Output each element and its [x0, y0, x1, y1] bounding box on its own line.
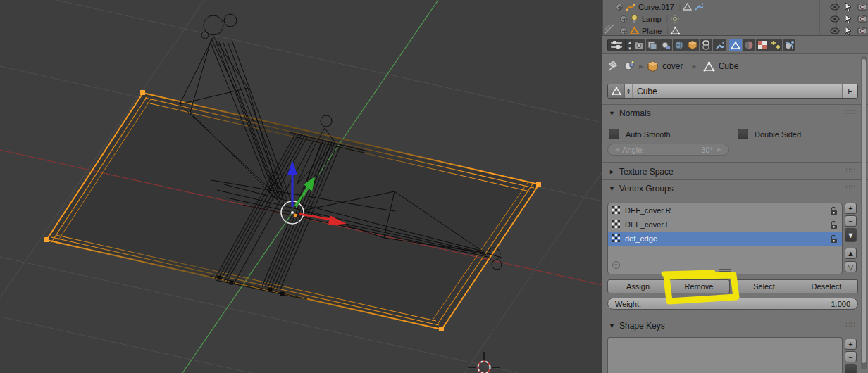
- list-resize-grip[interactable]: [719, 269, 731, 272]
- shapekey-specials-menu-button[interactable]: [845, 364, 857, 373]
- modifier-wrench-icon: [694, 2, 703, 11]
- visibility-eye-icon[interactable]: [830, 27, 840, 34]
- expand-icon[interactable]: [616, 4, 623, 11]
- shapekey-remove-button[interactable]: −: [845, 351, 857, 362]
- panel-drag-grip[interactable]: ∷∷: [845, 320, 855, 329]
- outliner-item-curve017[interactable]: Curve.017 |: [603, 1, 868, 13]
- panel-drag-grip[interactable]: ∷∷: [845, 166, 855, 175]
- vertex-group-row[interactable]: DEF_cover.R: [608, 203, 842, 217]
- tab-object-data[interactable]: [729, 39, 742, 51]
- panel-header-normals[interactable]: ▼ Normals ∷∷: [602, 107, 868, 120]
- panel-title: Normals: [619, 108, 651, 118]
- mesh-data-icon: [608, 84, 625, 98]
- panel-header-texture-space[interactable]: ► Texture Space ∷∷: [602, 165, 868, 178]
- editor-type-selector[interactable]: [607, 39, 626, 51]
- breadcrumb-object-name[interactable]: cover: [662, 61, 683, 71]
- breadcrumb-data-name[interactable]: Cube: [719, 61, 739, 71]
- expand-icon[interactable]: [620, 27, 627, 34]
- panel-drag-grip[interactable]: ∷∷: [845, 183, 855, 192]
- outliner-item-lamp[interactable]: Lamp |: [603, 13, 868, 25]
- tab-particles[interactable]: [769, 39, 782, 51]
- vgroup-add-button[interactable]: +: [845, 203, 857, 214]
- vgroup-remove-button[interactable]: −: [845, 215, 857, 227]
- 3d-viewport[interactable]: [0, 0, 602, 373]
- vertex-group-name: DEF_cover.L: [625, 220, 670, 229]
- vertex-group-list: DEF_cover.R DEF_cover.L def_edge: [607, 203, 843, 274]
- selectability-cursor-icon[interactable]: [845, 14, 852, 23]
- auto-smooth-checkbox[interactable]: [609, 129, 619, 139]
- renderability-camera-icon[interactable]: [857, 3, 867, 11]
- visibility-eye-icon[interactable]: [830, 4, 840, 11]
- vertex-group-name: def_edge: [625, 234, 657, 243]
- panel-header-vertex-groups[interactable]: ▼ Vertex Groups ∷∷: [602, 182, 868, 195]
- vertex-group-icon: [612, 234, 621, 243]
- double-sided-checkbox[interactable]: [738, 129, 748, 139]
- angle-value: 30°: [701, 146, 713, 154]
- weight-slider[interactable]: Weight: 1.000: [607, 298, 858, 310]
- tab-material[interactable]: [743, 39, 755, 51]
- remove-button[interactable]: Remove: [669, 279, 730, 293]
- scene-icon[interactable]: [623, 60, 636, 72]
- vgroup-move-down-button[interactable]: ▽: [845, 261, 857, 272]
- name-field-spinner[interactable]: ▲▼: [625, 84, 633, 98]
- tab-render[interactable]: [633, 39, 645, 51]
- panel-drag-grip[interactable]: ∷∷: [845, 108, 855, 117]
- tab-scene[interactable]: [659, 39, 672, 51]
- vertex-group-row[interactable]: DEF_cover.L: [608, 217, 842, 232]
- tab-physics[interactable]: [783, 39, 795, 51]
- tab-world[interactable]: [673, 39, 686, 51]
- shape-key-list: [607, 337, 843, 373]
- pin-icon[interactable]: [607, 59, 619, 73]
- tab-object[interactable]: [686, 39, 699, 51]
- panel-separator: [602, 179, 868, 180]
- vertex-group-row-selected[interactable]: def_edge: [608, 232, 842, 246]
- visibility-eye-icon[interactable]: [830, 15, 840, 23]
- selectability-cursor-icon[interactable]: [845, 26, 852, 35]
- object-origin-dot: [294, 214, 297, 217]
- mesh-data-icon: [683, 2, 692, 11]
- outliner-item-label: Curve.017: [638, 3, 674, 11]
- disclosure-triangle-icon: ▼: [609, 185, 615, 192]
- auto-smooth-label: Auto Smooth: [626, 130, 671, 139]
- properties-tabs: [633, 39, 796, 51]
- renderability-camera-icon[interactable]: [857, 27, 867, 34]
- separator: |: [679, 3, 681, 11]
- panel-header-shape-keys[interactable]: ▼ Shape Keys ∷∷: [602, 320, 868, 332]
- tab-constraints[interactable]: [700, 39, 712, 51]
- mesh-data-icon: [671, 26, 680, 35]
- breadcrumb-arrow-icon: ▶: [639, 63, 643, 70]
- selectability-cursor-icon[interactable]: [845, 2, 852, 11]
- double-sided-label: Double Sided: [755, 130, 801, 139]
- breadcrumb-arrow-icon: ▶: [693, 63, 697, 70]
- expand-icon[interactable]: [620, 15, 627, 23]
- outliner-item-label: Plane: [642, 27, 662, 35]
- panel-separator: [602, 317, 868, 317]
- blender-window: Curve.017 | Lamp: [0, 0, 868, 373]
- mesh-name-field-group: ▲▼ F: [607, 84, 858, 99]
- vgroup-move-up-button[interactable]: ▲: [845, 248, 857, 259]
- tab-render-layers[interactable]: [646, 39, 659, 51]
- renderability-camera-icon[interactable]: [857, 15, 867, 23]
- unlock-icon[interactable]: [829, 206, 838, 215]
- unlock-icon[interactable]: [829, 220, 838, 229]
- manipulator-center-dot: [291, 211, 294, 214]
- angle-slider: ◀ Angle: 30° ▶: [607, 144, 729, 156]
- deselect-button[interactable]: Deselect: [795, 279, 858, 293]
- curve-object-icon: [626, 2, 636, 12]
- right-editor-column: Curve.017 | Lamp: [602, 0, 868, 373]
- properties-header: ▲▼: [602, 35, 868, 54]
- panel-scrollbar[interactable]: [861, 56, 867, 369]
- scrollbar-thumb[interactable]: [862, 59, 866, 363]
- tab-texture[interactable]: [756, 39, 769, 51]
- panel-title: Texture Space: [619, 167, 674, 177]
- tab-modifiers[interactable]: [713, 39, 726, 51]
- list-add-icon[interactable]: +: [612, 261, 620, 269]
- select-button[interactable]: Select: [733, 279, 795, 293]
- mesh-name-input[interactable]: [633, 84, 842, 98]
- unlock-icon[interactable]: [829, 234, 838, 244]
- shapekey-add-button[interactable]: +: [845, 339, 857, 350]
- fake-user-button[interactable]: F: [842, 84, 857, 98]
- vgroup-specials-menu-button[interactable]: ▼: [845, 228, 857, 242]
- panel-separator: [602, 104, 868, 105]
- assign-button[interactable]: Assign: [607, 279, 669, 293]
